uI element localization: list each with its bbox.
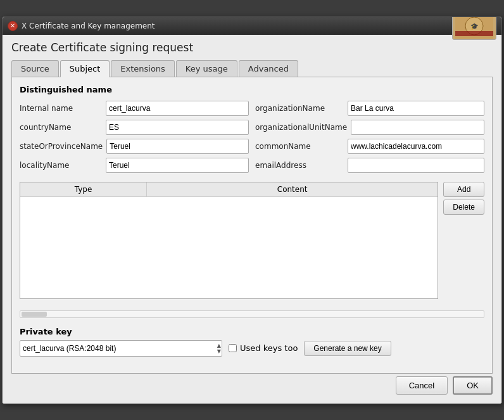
generate-key-button[interactable]: Generate a new key [304,341,391,356]
common-label: commonName [255,142,344,151]
internal-name-input[interactable] [106,101,249,116]
table-body[interactable] [20,197,438,298]
tab-source[interactable]: Source [11,60,59,77]
org-label: organizationName [255,104,344,113]
key-select[interactable]: cert_lacurva (RSA:2048 bit) [20,340,222,357]
logo-area: 🎓 [452,16,496,41]
tab-advanced[interactable]: Advanced [239,60,298,77]
locality-label: localityName [20,161,102,170]
org-unit-row: organizationalUnitName [255,120,484,135]
cancel-button[interactable]: Cancel [396,376,448,395]
tab-subject[interactable]: Subject [60,60,110,77]
footer-buttons: Cancel OK [11,376,493,395]
common-row: commonName [255,139,484,154]
country-row: countryName [20,120,249,135]
used-keys-row: Used keys too [229,343,298,353]
country-input[interactable] [106,120,249,135]
delete-button[interactable]: Delete [443,200,484,215]
email-label: emailAddress [255,161,344,170]
locality-input[interactable] [106,158,249,173]
col-content: Content [147,182,438,196]
content-area: Create Certificate signing request Sourc… [3,35,501,404]
data-table: Type Content [20,182,438,299]
internal-name-label: Internal name [20,104,102,113]
add-button[interactable]: Add [443,182,484,197]
state-label: stateOrProvinceName [20,142,103,151]
table-container: Type Content [20,182,438,305]
email-row: emailAddress [255,158,484,173]
private-key-row: cert_lacurva (RSA:2048 bit) ▲▼ Used keys… [20,340,484,357]
svg-text:🎓: 🎓 [470,22,479,30]
table-buttons: Add Delete [443,182,484,305]
main-window: ✕ X Certificate and Key management 🎓 Cre… [2,16,502,404]
state-row: stateOrProvinceName [20,139,249,154]
titlebar: ✕ X Certificate and Key management 🎓 [3,17,501,35]
svg-rect-3 [455,31,493,36]
private-key-label: Private key [20,327,484,336]
scrollbar[interactable] [20,310,484,318]
key-select-wrapper: cert_lacurva (RSA:2048 bit) ▲▼ [20,340,222,357]
state-input[interactable] [106,139,249,154]
private-key-section: Private key cert_lacurva (RSA:2048 bit) … [20,327,484,357]
locality-row: localityName [20,158,249,173]
close-button[interactable]: ✕ [8,21,18,31]
dialog-title: Create Certificate signing request [11,41,493,54]
org-row: organizationName [255,101,484,116]
used-keys-checkbox[interactable] [229,344,237,352]
tab-key-usage[interactable]: Key usage [176,60,237,77]
section-title: Distinguished name [20,85,484,94]
used-keys-label: Used keys too [240,343,298,353]
internal-name-row: Internal name [20,101,249,116]
window-title: X Certificate and Key management [22,22,155,30]
org-unit-input[interactable] [351,120,484,135]
main-panel: Distinguished name Internal name country… [11,77,493,374]
email-input[interactable] [348,158,484,173]
tab-bar: Source Subject Extensions Key usage Adva… [11,60,493,77]
table-header: Type Content [20,182,438,197]
ok-button[interactable]: OK [453,376,493,395]
country-label: countryName [20,123,102,132]
org-input[interactable] [348,101,484,116]
table-section: Type Content Add Delete [20,182,484,305]
common-input[interactable] [348,139,484,154]
org-unit-label: organizationalUnitName [255,123,347,132]
logo-image: 🎓 [452,16,496,41]
tab-extensions[interactable]: Extensions [111,60,175,77]
col-type: Type [20,182,147,196]
